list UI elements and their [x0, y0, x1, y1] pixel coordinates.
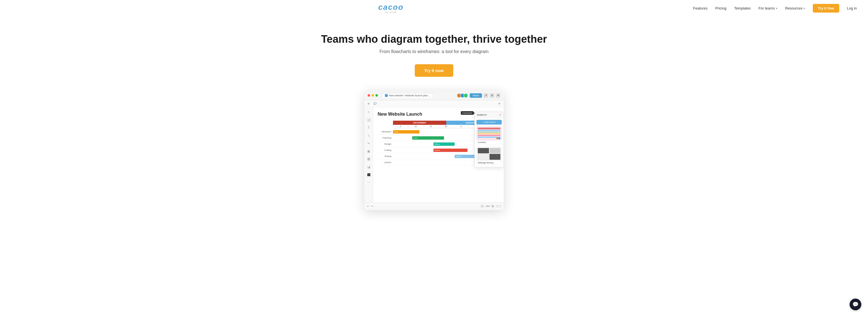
gantt-row-label: Research — [378, 131, 393, 133]
table-icon[interactable]: ▦ — [366, 149, 371, 154]
gantt-bar[interactable]: Nathan — [433, 149, 467, 152]
zoom-out-button[interactable]: − — [480, 204, 484, 208]
browser-tabs: New website / Website launch plan ... — [382, 93, 456, 98]
close-dot — [368, 94, 370, 97]
thumb-row-3 — [478, 133, 500, 134]
tab-label: New website / Website launch plan ... — [389, 94, 430, 97]
browser-window: New website / Website launch plan ... Sh… — [364, 91, 504, 210]
add-sheet-button[interactable]: + Add Sheet — [476, 120, 502, 124]
gantt-date-4: 30 — [438, 125, 454, 128]
nav-logo[interactable]: cacoo by nulab — [378, 3, 404, 13]
chart-icon[interactable]: 📊 — [366, 164, 371, 169]
line-tool-icon[interactable]: ╲ — [366, 133, 371, 138]
cursor-tool-icon[interactable]: ↖ — [366, 110, 371, 115]
nav-link-pricing[interactable]: Pricing — [715, 6, 726, 10]
export-icon[interactable]: ↗ — [484, 93, 488, 98]
close-icon[interactable]: ✕ — [496, 93, 500, 98]
browser-bar: New website / Website launch plan ... Sh… — [364, 91, 504, 100]
avatar-group — [458, 93, 468, 98]
hero-try-now-button[interactable]: Try it now — [415, 64, 453, 77]
avatar-3 — [464, 93, 468, 98]
gantt-bar[interactable]: Owen — [393, 130, 420, 134]
gantt-row-label: Testing — [378, 155, 393, 157]
pen-tool-icon[interactable]: ✏ — [366, 141, 371, 146]
gantt-row-label: Launch — [378, 161, 393, 164]
gantt-month-dec: DECEMBER — [393, 121, 446, 125]
sheet-schedule-label: Schedule — [477, 141, 501, 144]
settings-icon[interactable]: ⚙ — [497, 102, 501, 106]
grid-icon[interactable]: ⊞ — [367, 102, 371, 106]
chevron-down-icon: ▾ — [776, 7, 777, 10]
redo-icon[interactable]: ↪ — [371, 205, 373, 207]
hero-section: Teams who diagram together, thrive toget… — [0, 17, 868, 85]
mp-block-2 — [490, 148, 501, 153]
nav-link-features[interactable]: Features — [693, 6, 707, 10]
nav-login-link[interactable]: Log in — [847, 6, 857, 10]
comment-toolbar-icon[interactable]: 💬 — [373, 102, 377, 106]
image-icon[interactable]: 🖼 — [366, 156, 371, 162]
clock-icon[interactable]: 🕐 — [496, 205, 499, 207]
gantt-date-1: 9 — [393, 125, 408, 128]
embed-icon[interactable]: ⬛ — [366, 172, 371, 177]
mp-block-1 — [478, 148, 489, 153]
sheets-panel: SHEETS ✕ + Add Sheet — [474, 112, 504, 167]
app-bottombar: ↩ ↪ − 75% + 🕐 ⤴ — [364, 202, 504, 210]
mockup-preview — [478, 148, 500, 160]
sheets-title: SHEETS — [477, 114, 487, 116]
share-bottom-icon[interactable]: ⤴ — [500, 205, 501, 207]
navbar: cacoo by nulab Features Pricing Template… — [0, 0, 868, 17]
chat-icon: 💬 — [852, 301, 859, 308]
thumb-row-1 — [478, 130, 500, 131]
browser-tab[interactable]: New website / Website launch plan ... — [382, 93, 433, 98]
mp-block-4 — [490, 154, 501, 160]
gantt-date-3: 23 — [424, 125, 438, 128]
hero-subtitle: From flowcharts to wireframes: a tool fo… — [6, 49, 862, 54]
thumb-header-bar — [478, 127, 500, 129]
nav-link-resources[interactable]: Resources ▾ — [785, 6, 805, 10]
sheet-thumbnail-schedule[interactable]: Schedule — [476, 126, 502, 144]
mp-block-3 — [478, 154, 489, 160]
zoom-level: 75% — [485, 205, 490, 207]
sheet-thumbnail-mockup[interactable]: Webpage Mockup — [476, 147, 502, 165]
thumb-row-4 — [478, 135, 500, 136]
gantt-bar[interactable]: Lairon — [412, 136, 444, 140]
thumb-row-2 — [478, 132, 500, 133]
zoom-in-button[interactable]: + — [491, 204, 495, 208]
more-tools-icon[interactable]: ⋯ — [366, 180, 371, 185]
sheets-close-button[interactable]: ✕ — [499, 113, 501, 116]
nav-links: Features Pricing Templates For teams ▾ R… — [693, 4, 857, 12]
undo-icon[interactable]: ↩ — [367, 205, 369, 207]
tab-favicon — [385, 94, 388, 97]
maximize-dot — [375, 94, 378, 97]
nav-link-for-teams[interactable]: For teams ▾ — [758, 6, 777, 10]
thumb-avatar-2 — [498, 137, 501, 140]
shapes-icon[interactable]: ⬜ — [366, 117, 371, 122]
logo-text: cacoo — [378, 3, 404, 11]
gantt-date-2: 16 — [408, 125, 423, 128]
text-tool-icon[interactable]: T — [366, 125, 371, 130]
gantt-row-label: Coding — [378, 149, 393, 151]
share-button[interactable]: Share — [470, 93, 482, 98]
diagram-area: New Website Launch DECEMBER JANUARY 2...… — [373, 107, 504, 202]
gantt-date-5: 6 — [454, 125, 469, 128]
logo-sub: by nulab — [385, 11, 396, 13]
nav-try-free-button[interactable]: Try it free — [813, 4, 839, 12]
browser-actions: Share ↗ ⊙ ✕ — [458, 93, 500, 98]
schedule-thumb-preview — [477, 126, 501, 141]
thumb-avatars — [497, 137, 501, 140]
chevron-down-icon: ▾ — [804, 7, 805, 10]
toolbar-right-icons: ⚙ — [497, 102, 501, 106]
minimize-dot — [372, 94, 374, 97]
app-main: New Website Launch DECEMBER JANUARY 2...… — [373, 107, 504, 202]
gantt-row-label: Planning — [378, 137, 393, 139]
sheets-header: SHEETS ✕ — [475, 112, 503, 118]
app-toolbar: ⊞ 💬 ⚙ — [364, 100, 504, 107]
chat-bubble[interactable]: 💬 — [849, 298, 861, 310]
more-icon[interactable]: ⊙ — [490, 93, 494, 98]
nav-link-templates[interactable]: Templates — [734, 6, 751, 10]
app-sidebar: ↖ ⬜ T ╲ ✏ ▦ 🖼 📊 ⬛ ⋯ — [364, 107, 373, 202]
zoom-control: − 75% + 🕐 ⤴ — [480, 204, 501, 208]
gantt-bar[interactable]: Millena — [433, 142, 455, 146]
mockup-container: New website / Website launch plan ... Sh… — [0, 85, 868, 210]
comments-tooltip: Comments — [461, 111, 474, 115]
